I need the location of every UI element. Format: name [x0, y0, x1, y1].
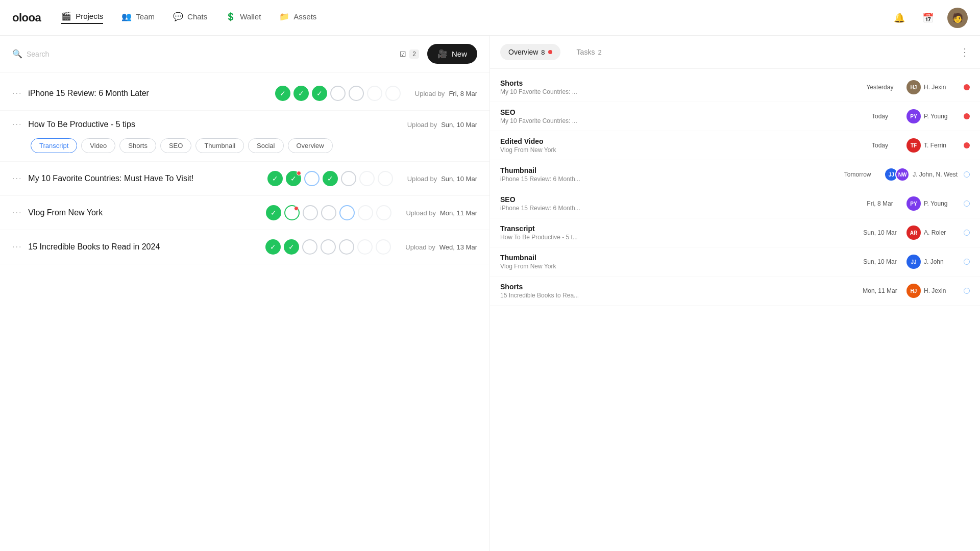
project-row[interactable]: ··· My 10 Favorite Countries: Must Have … — [0, 162, 489, 195]
tab-overview[interactable]: Overview 8 — [500, 44, 560, 60]
project-name: Vlog From New York — [28, 208, 260, 217]
task-row[interactable]: Transcript How To Be Productive - 5 t...… — [490, 218, 980, 247]
status-dot-1: ✓ — [267, 171, 283, 186]
assignee-name: A. Roler — [924, 229, 946, 236]
project-status-dots: ✓ — [266, 205, 391, 220]
tag-transcript[interactable]: Transcript — [31, 138, 77, 153]
project-menu-dots[interactable]: ··· — [12, 242, 22, 252]
task-desc: iPhone 15 Review: 6 Month... — [500, 205, 612, 212]
status-dot-3 — [303, 205, 318, 220]
status-dot-1: ✓ — [275, 86, 290, 101]
task-status — [964, 171, 970, 178]
status-dot-2: ✓ — [284, 239, 299, 255]
nav-items: 🎬 Projects 👥 Team 💬 Chats 💲 Wallet 📁 Ass… — [61, 11, 870, 24]
project-row[interactable]: ··· How To Be Productive - 5 tips Upload… — [0, 111, 489, 138]
task-assignee: JJ J. John — [906, 255, 958, 269]
task-info: SEO iPhone 15 Review: 6 Month... — [500, 195, 853, 212]
nav-team[interactable]: 👥 Team — [121, 12, 155, 23]
tag-video[interactable]: Video — [81, 138, 115, 153]
task-row[interactable]: SEO iPhone 15 Review: 6 Month... Fri, 8 … — [490, 189, 980, 218]
project-row[interactable]: ··· Vlog From New York ✓ Up — [0, 196, 489, 230]
nav-assets[interactable]: 📁 Assets — [279, 12, 316, 23]
tag-seo[interactable]: SEO — [160, 138, 191, 153]
project-row[interactable]: ··· iPhone 15 Review: 6 Month Later ✓ ✓ … — [0, 77, 489, 110]
task-row[interactable]: Shorts 15 Incredible Books to Rea... Mon… — [490, 277, 980, 306]
new-button[interactable]: 🎥 New — [427, 44, 477, 64]
assignee-avatar: AR — [906, 226, 921, 240]
upload-info: Upload by Fri, 8 Mar — [415, 90, 477, 97]
status-dot-3 — [304, 171, 320, 186]
status-dot-1: ✓ — [266, 205, 281, 220]
upload-date: Wed, 13 Mar — [439, 243, 477, 251]
tag-thumbnail[interactable]: Thumbnail — [195, 138, 244, 153]
notifications-button[interactable]: 🔔 — [890, 9, 909, 27]
status-dot-2 — [284, 205, 300, 220]
nav-right: 🔔 📅 🧑 — [890, 8, 968, 28]
project-status-dots: ✓ ✓ ✓ — [267, 171, 393, 186]
upload-label: Upload by — [415, 90, 445, 97]
project-item: ··· iPhone 15 Review: 6 Month Later ✓ ✓ … — [0, 77, 489, 111]
tag-overview[interactable]: Overview — [288, 138, 333, 153]
user-avatar[interactable]: 🧑 — [947, 8, 968, 28]
assignee-avatar-2: NW — [895, 167, 910, 182]
red-dot-indicator — [294, 206, 299, 211]
task-type: Transcript — [500, 224, 853, 233]
upload-info: Upload by Sun, 10 Mar — [407, 175, 477, 183]
project-item: ··· How To Be Productive - 5 tips Upload… — [0, 111, 489, 162]
nav-chats[interactable]: 💬 Chats — [173, 12, 207, 23]
project-name: How To Be Productive - 5 tips — [28, 120, 401, 129]
task-type: Thumbnail — [500, 254, 853, 262]
nav-assets-label: Assets — [293, 12, 316, 21]
right-panel: Overview 8 Tasks 2 ⋮ Shorts My 10 Favori… — [490, 36, 980, 551]
tasks-list: Shorts My 10 Favorite Countries: ... Yes… — [490, 69, 980, 551]
task-info: SEO My 10 Favorite Countries: ... — [500, 108, 853, 124]
team-icon: 👥 — [121, 12, 132, 21]
task-row[interactable]: SEO My 10 Favorite Countries: ... Today … — [490, 102, 980, 131]
assignee-name: J. John — [924, 258, 944, 265]
status-dot-6 — [367, 86, 382, 101]
project-status-dots: ✓ ✓ ✓ — [275, 86, 401, 101]
task-info: Shorts My 10 Favorite Countries: ... — [500, 79, 853, 95]
nav-projects[interactable]: 🎬 Projects — [61, 11, 103, 24]
task-desc: 15 Incredible Books to Rea... — [500, 292, 612, 299]
task-row[interactable]: Thumbnail iPhone 15 Review: 6 Month... T… — [490, 160, 980, 189]
assignee-name: H. Jexin — [924, 84, 946, 91]
task-status — [964, 113, 970, 119]
status-dot-4 — [321, 239, 336, 255]
task-badge[interactable]: ☑ 2 — [400, 49, 419, 59]
task-type: Edited Video — [500, 137, 853, 145]
status-dot-7 — [378, 171, 393, 186]
chats-icon: 💬 — [173, 12, 183, 21]
task-desc: iPhone 15 Review: 6 Month... — [500, 176, 612, 183]
project-menu-dots[interactable]: ··· — [12, 120, 22, 129]
project-name: 15 Incredible Books to Read in 2024 — [28, 242, 259, 252]
task-row[interactable]: Thumbnail Vlog From New York Sun, 10 Mar… — [490, 247, 980, 277]
status-dot-5 — [339, 205, 355, 220]
project-menu-dots[interactable]: ··· — [12, 208, 22, 217]
status-dot-4 — [321, 205, 336, 220]
assignee-avatar: HJ — [906, 80, 921, 94]
task-assignee: JJ NW J. John, N. West — [884, 167, 958, 182]
new-label: New — [452, 49, 467, 58]
search-placeholder: Search — [27, 50, 49, 58]
project-menu-dots[interactable]: ··· — [12, 174, 22, 183]
nav-wallet[interactable]: 💲 Wallet — [226, 12, 261, 23]
more-options-button[interactable]: ⋮ — [960, 46, 970, 58]
search-box[interactable]: 🔍 Search — [12, 49, 391, 59]
task-assignee: AR A. Roler — [906, 226, 958, 240]
task-date: Sun, 10 Mar — [860, 229, 900, 236]
calendar-button[interactable]: 📅 — [919, 9, 937, 27]
tag-social[interactable]: Social — [248, 138, 283, 153]
avatar-group: JJ NW — [884, 167, 910, 182]
red-dot-indicator — [297, 171, 301, 176]
task-row[interactable]: Edited Video Vlog From New York Today TF… — [490, 131, 980, 160]
task-desc: Vlog From New York — [500, 263, 612, 270]
task-type: Thumbnail — [500, 166, 831, 174]
project-row[interactable]: ··· 15 Incredible Books to Read in 2024 … — [0, 230, 489, 264]
task-row[interactable]: Shorts My 10 Favorite Countries: ... Yes… — [490, 73, 980, 102]
project-menu-dots[interactable]: ··· — [12, 89, 22, 98]
task-date: Today — [860, 113, 900, 120]
tab-tasks[interactable]: Tasks 2 — [569, 44, 610, 60]
tag-shorts[interactable]: Shorts — [119, 138, 156, 153]
status-dot-3: ✓ — [312, 86, 327, 101]
